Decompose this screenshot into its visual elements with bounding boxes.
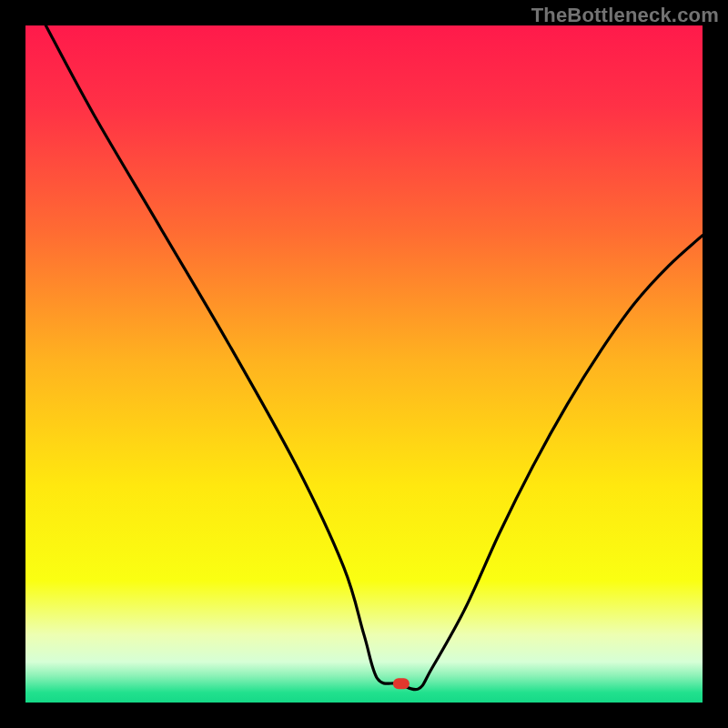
chart-frame: TheBottleneck.com <box>0 0 728 728</box>
marker-icon <box>393 678 410 689</box>
optimum-marker <box>393 678 410 689</box>
watermark-text: TheBottleneck.com <box>531 4 719 27</box>
gradient-background <box>25 25 703 703</box>
chart-svg <box>25 25 703 703</box>
plot-area <box>25 25 703 703</box>
